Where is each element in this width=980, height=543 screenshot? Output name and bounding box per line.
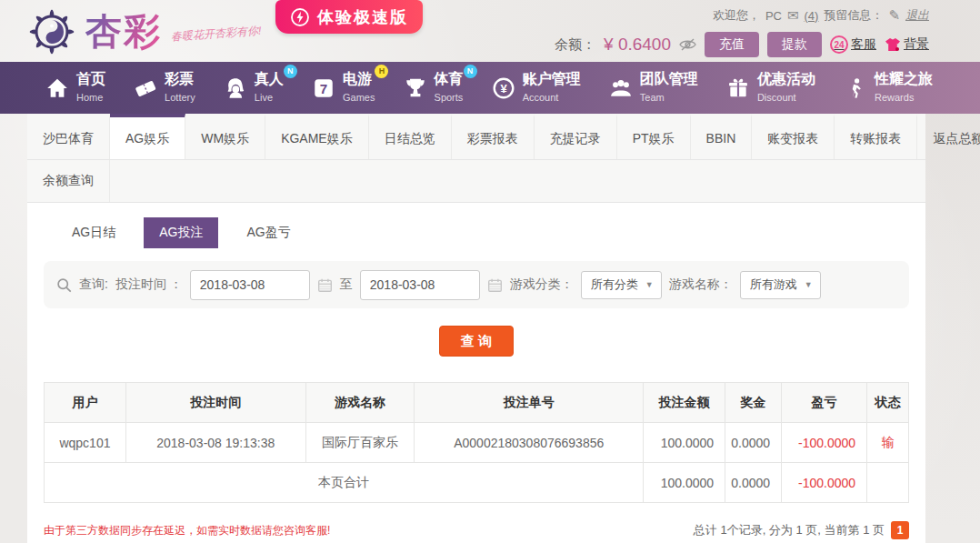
tab-account-change-report[interactable]: 账变报表: [752, 114, 835, 159]
nav-label: 团队管理: [640, 71, 698, 86]
content-panel: 沙巴体育 AG娱乐 WM娱乐 KGAME娱乐 日结总览 彩票报表 充提记录 PT…: [27, 114, 925, 543]
recharge-button[interactable]: 充值: [705, 32, 759, 57]
page-header: 杏彩 春暖花开杏彩有你! 体验极速版 欢迎您， PC ✉ (4) 预留信息： ✎…: [0, 0, 980, 62]
col-game-name: 游戏名称: [305, 383, 415, 423]
service-label: 客服: [851, 36, 876, 53]
date-from-input[interactable]: [190, 270, 310, 300]
game-name-select[interactable]: 所有游戏 ▼: [740, 271, 821, 299]
tab-balance-query[interactable]: 余额查询: [27, 160, 110, 202]
cell-profit: -100.0000: [782, 423, 867, 463]
search-bar: 查询: 投注时间 ： 至 游戏分类： 所有分类 ▼ 游戏名称： 所有游戏 ▼: [44, 261, 909, 308]
subtab-ag-profit[interactable]: AG盈亏: [231, 217, 305, 248]
col-bet-amount: 投注金额: [644, 383, 725, 423]
tab-daily-overview[interactable]: 日结总览: [369, 114, 452, 159]
tab-pt-entertainment[interactable]: PT娱乐: [617, 114, 691, 159]
cell-game-name: 国际厅百家乐: [305, 423, 415, 463]
tab-transfer-report[interactable]: 转账报表: [835, 114, 917, 159]
total-status-empty: [867, 463, 909, 503]
lottery-ticket-icon: [134, 76, 157, 100]
game-category-select[interactable]: 所有分类 ▼: [581, 271, 662, 299]
report-tabs-row2: 余额查询: [27, 160, 925, 203]
game-name-label: 游戏名称：: [669, 277, 733, 293]
nav-item-discount[interactable]: 优惠活动Discount: [726, 71, 815, 105]
speed-version-ribbon[interactable]: 体验极速版: [275, 0, 423, 34]
pagination-summary: 总计 1个记录, 分为 1 页, 当前第 1 页: [694, 522, 885, 538]
tab-wm-entertainment[interactable]: WM娱乐: [185, 114, 265, 159]
chevron-down-icon: ▼: [805, 280, 813, 289]
service-link[interactable]: 24 客服: [830, 35, 876, 54]
ribbon-label: 体验极速版: [317, 6, 408, 28]
search-icon: [56, 277, 72, 293]
col-bet-time: 投注时间: [125, 383, 305, 423]
tab-rebate-total[interactable]: 返点总额: [917, 114, 980, 159]
nav-label: 电游: [343, 71, 372, 86]
background-link[interactable]: 背景: [885, 36, 929, 53]
col-prize: 奖金: [725, 383, 782, 423]
nav-item-live[interactable]: 真人NLive: [224, 71, 284, 105]
eye-off-icon[interactable]: [679, 38, 696, 51]
tab-kgame[interactable]: KGAME娱乐: [265, 114, 369, 159]
withdraw-button[interactable]: 提款: [767, 32, 822, 57]
tshirt-icon: [885, 37, 901, 52]
nav-label: 体育: [435, 71, 464, 86]
new-badge: N: [284, 65, 297, 78]
tab-bbin[interactable]: BBIN: [691, 114, 753, 159]
service-24-icon: 24: [830, 35, 848, 54]
balance-bar: 余额： ¥ 0.6400 充值 提款 24 客服 背景: [555, 32, 929, 57]
total-profit: -100.0000: [782, 463, 867, 503]
nav-label: 性耀之旅: [875, 71, 933, 86]
nav-item-team[interactable]: 团队管理Team: [609, 71, 698, 105]
date-to-input[interactable]: [360, 270, 480, 300]
nav-item-account[interactable]: ¥ 账户管理Account: [492, 71, 581, 105]
query-button[interactable]: 查 询: [439, 326, 514, 357]
mail-icon[interactable]: ✉: [787, 7, 799, 24]
pagination: 总计 1个记录, 分为 1 页, 当前第 1 页 1: [694, 521, 909, 539]
col-user: 用户: [45, 383, 126, 423]
calendar-icon[interactable]: [317, 277, 333, 293]
subtab-ag-bets[interactable]: AG投注: [144, 217, 218, 248]
game-category-label: 游戏分类：: [510, 277, 574, 293]
page-1-button[interactable]: 1: [891, 521, 909, 539]
new-badge: N: [464, 65, 477, 78]
nav-item-sports[interactable]: 体育NSports: [404, 71, 464, 105]
lightning-icon: [290, 7, 310, 27]
calendar-icon[interactable]: [487, 277, 503, 293]
tab-ag-entertainment[interactable]: AG娱乐: [110, 114, 185, 159]
cell-order-number: A00002180308076693856: [415, 423, 644, 463]
total-bet-amount: 100.0000: [644, 463, 725, 503]
col-status: 状态: [867, 383, 909, 423]
bet-report-table: 用户 投注时间 游戏名称 投注单号 投注金额 奖金 盈亏 状态 wqpc101 …: [44, 382, 909, 503]
welcome-text: 欢迎您，: [713, 7, 760, 24]
cell-prize: 0.0000: [725, 423, 782, 463]
nav-item-games[interactable]: 7 电游HGames: [312, 71, 375, 105]
nav-label: 优惠活动: [757, 71, 815, 86]
tab-deposit-record[interactable]: 充提记录: [535, 114, 617, 159]
welcome-bar: 欢迎您， PC ✉ (4) 预留信息： ✎ 退出: [555, 7, 929, 24]
cell-bet-amount: 100.0000: [644, 423, 725, 463]
tab-shaba-sports[interactable]: 沙巴体育: [27, 114, 110, 159]
nav-label: 彩票: [165, 71, 194, 86]
hot-badge: H: [375, 65, 388, 78]
svg-text:7: 7: [320, 80, 327, 96]
chevron-down-icon: ▼: [645, 280, 654, 289]
cell-bet-time: 2018-03-08 19:13:38: [125, 423, 305, 463]
team-icon: [609, 76, 633, 100]
nav-item-rewards[interactable]: 性耀之旅Rewards: [844, 71, 933, 105]
lotus-swirl-logo: [27, 7, 76, 56]
background-label: 背景: [904, 36, 929, 53]
logout-link[interactable]: 退出: [905, 7, 929, 24]
subtab-ag-daily[interactable]: AG日结: [56, 217, 131, 248]
tab-lottery-report[interactable]: 彩票报表: [452, 114, 535, 159]
col-profit: 盈亏: [782, 383, 867, 423]
bet-time-label: 投注时间 ：: [115, 277, 183, 293]
mail-count-link[interactable]: (4): [805, 9, 819, 23]
brand-logo[interactable]: 杏彩 春暖花开杏彩有你!: [27, 6, 261, 56]
balance-label: 余额：: [555, 36, 595, 54]
edit-icon[interactable]: ✎: [888, 7, 900, 24]
balance-value: ¥ 0.6400: [604, 35, 671, 55]
cell-status: 输: [867, 423, 909, 463]
nav-item-home[interactable]: 首页Home: [45, 71, 105, 105]
table-total-row: 本页合计 100.0000 0.0000 -100.0000: [45, 463, 909, 503]
rewards-figure-icon: [844, 76, 867, 100]
nav-item-lottery[interactable]: 彩票Lottery: [134, 71, 195, 105]
